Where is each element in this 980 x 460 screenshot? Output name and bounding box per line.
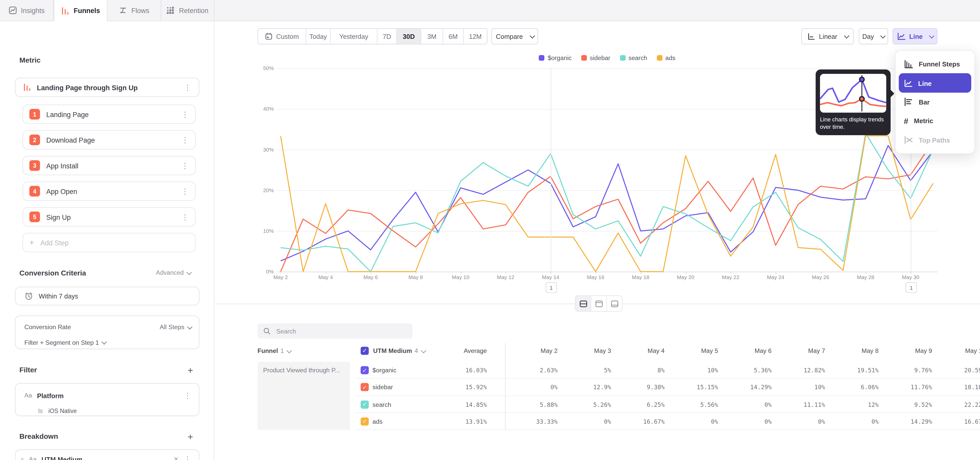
range-7d[interactable]: 7D: [377, 29, 397, 44]
filter-segment-dropdown[interactable]: Filter + Segment on Step 1: [16, 335, 199, 349]
compare-button[interactable]: Compare: [491, 28, 538, 45]
menu-item-funnel-steps[interactable]: Funnel Steps: [899, 54, 971, 73]
add-filter-button[interactable]: +: [188, 365, 193, 376]
tab-flows[interactable]: Flows: [107, 0, 161, 21]
app-window: InsightsFunnelsFlowsRetention Metric Lan…: [0, 0, 980, 460]
tab-retention[interactable]: Retention: [161, 0, 215, 21]
legend-item-sidebar[interactable]: sidebar: [581, 54, 611, 61]
layout-top-button[interactable]: [591, 296, 607, 311]
x-axis-label: May 22: [713, 274, 748, 280]
legend-item-organic[interactable]: $organic: [539, 54, 572, 61]
chevron-down-icon: [186, 269, 192, 275]
menu-item-line[interactable]: Line: [899, 73, 971, 92]
x-axis-tick: [461, 272, 461, 274]
filter-value[interactable]: iOS Native: [48, 407, 77, 414]
range-label: 6M: [449, 32, 458, 40]
calendar-icon: [265, 32, 272, 40]
conversion-rate-dropdown[interactable]: All Steps: [160, 324, 191, 331]
funnel-metric-kebab-icon[interactable]: ⋮: [184, 83, 191, 91]
filter-kebab-icon[interactable]: ⋮: [184, 391, 191, 399]
step-kebab-icon[interactable]: ⋮: [181, 162, 189, 169]
funnel-step-3[interactable]: 3App Install⋮: [22, 156, 196, 175]
remove-breakdown-icon[interactable]: ✕: [173, 456, 179, 460]
step-kebab-icon[interactable]: ⋮: [181, 187, 189, 195]
column-header-may-6[interactable]: May 6: [725, 343, 779, 359]
scale-label: Linear: [819, 32, 837, 40]
series-line-ads[interactable]: [281, 136, 933, 272]
row-checkbox[interactable]: ✓: [361, 400, 369, 408]
range-6m[interactable]: 6M: [443, 29, 464, 44]
annotation-badge[interactable]: 1: [546, 282, 557, 293]
funnel-step-1[interactable]: 1Landing Page⋮: [22, 104, 196, 124]
chevron-down-icon: [187, 324, 192, 329]
range-custom[interactable]: Custom: [258, 29, 306, 44]
layout-bottom-button[interactable]: [607, 296, 622, 311]
range-12m[interactable]: 12M: [464, 29, 487, 44]
chart-type-button[interactable]: Line: [892, 28, 937, 45]
funnel-step-4[interactable]: 4App Open⋮: [22, 181, 196, 201]
column-header-may-9[interactable]: May 9: [886, 343, 940, 359]
legend-swatch: [539, 55, 545, 61]
row-group-cell[interactable]: Product Viewed through P...: [258, 362, 350, 430]
compare-label: Compare: [496, 32, 523, 40]
tab-label: Flows: [131, 6, 149, 14]
column-header-may-8[interactable]: May 8: [833, 343, 886, 359]
range-today[interactable]: Today: [306, 29, 331, 44]
menu-item-metric[interactable]: #Metric: [899, 112, 971, 130]
step-kebab-icon[interactable]: ⋮: [181, 110, 189, 118]
select-all-checkbox[interactable]: ✓: [361, 347, 369, 355]
scale-button[interactable]: Linear: [801, 28, 854, 45]
x-axis-tick: [281, 272, 281, 274]
conversion-window-card[interactable]: Within 7 days: [15, 287, 199, 305]
step-kebab-icon[interactable]: ⋮: [181, 213, 189, 220]
column-header-may-2[interactable]: May 2: [512, 343, 565, 359]
column-header-average[interactable]: Average: [434, 343, 495, 359]
column-header-may-7[interactable]: May 7: [779, 343, 833, 359]
drag-handle-icon[interactable]: ≡: [21, 456, 24, 460]
layout-split-button[interactable]: [576, 296, 591, 311]
interval-button[interactable]: Day: [859, 28, 888, 45]
annotation-badge[interactable]: 1: [906, 282, 917, 293]
row-checkbox[interactable]: ✓: [361, 417, 369, 425]
advanced-dropdown[interactable]: Advanced: [156, 269, 191, 276]
range-yesterday[interactable]: Yesterday: [331, 29, 378, 44]
search-input[interactable]: [275, 327, 407, 335]
funnel-column-label: Funnel: [258, 343, 278, 359]
x-axis-label: May 28: [848, 274, 883, 280]
line-chart-icon: [897, 32, 905, 41]
tab-funnels[interactable]: Funnels: [54, 0, 108, 21]
add-breakdown-button[interactable]: +: [188, 431, 193, 442]
menu-item-bar[interactable]: Bar: [899, 93, 971, 112]
breakdown-column-header[interactable]: ✓ UTM Medium 4: [361, 343, 425, 359]
chevron-down-icon: [287, 348, 292, 353]
menu-item-label: Bar: [919, 98, 930, 105]
column-header-may-3[interactable]: May 3: [565, 343, 619, 359]
breakdown-card[interactable]: ≡ Aa UTM Medium ✕ ⋮: [15, 449, 199, 460]
row-value: 10%: [779, 379, 833, 396]
funnel-step-5[interactable]: 5Sign Up⋮: [22, 207, 196, 227]
funnel-metric-card[interactable]: Landing Page through Sign Up ⋮: [15, 78, 199, 97]
range-3m[interactable]: 3M: [422, 29, 443, 44]
row-checkbox[interactable]: ✓: [361, 366, 369, 374]
funnel-column-header[interactable]: Funnel 1: [258, 343, 291, 359]
funnel-steps-icon: [904, 59, 913, 69]
tab-insights[interactable]: Insights: [0, 0, 54, 21]
chevron-down-icon: [844, 33, 849, 38]
menu-item-label: Line: [918, 79, 932, 87]
row-checkbox[interactable]: ✓: [361, 383, 369, 391]
add-step-button[interactable]: + Add Step: [22, 233, 196, 252]
column-header-may-4[interactable]: May 4: [619, 343, 672, 359]
step-kebab-icon[interactable]: ⋮: [181, 136, 189, 144]
breakdown-kebab-icon[interactable]: ⋮: [184, 455, 191, 460]
legend-item-ads[interactable]: ads: [657, 54, 676, 61]
funnel-step-2[interactable]: 2Download Page⋮: [22, 130, 196, 150]
legend-item-search[interactable]: search: [620, 54, 647, 61]
range-30d[interactable]: 30D: [397, 29, 422, 44]
row-value: 33.33%: [512, 413, 565, 430]
column-header-may-5[interactable]: May 5: [672, 343, 726, 359]
row-value: 19.51%: [833, 362, 886, 379]
filter-card[interactable]: Aa Platform ⋮ Is iOS Native: [15, 383, 199, 416]
column-header-may-10[interactable]: May 10: [940, 343, 980, 359]
x-axis-label: May 24: [758, 274, 793, 280]
filter-operator[interactable]: Is: [38, 407, 43, 414]
